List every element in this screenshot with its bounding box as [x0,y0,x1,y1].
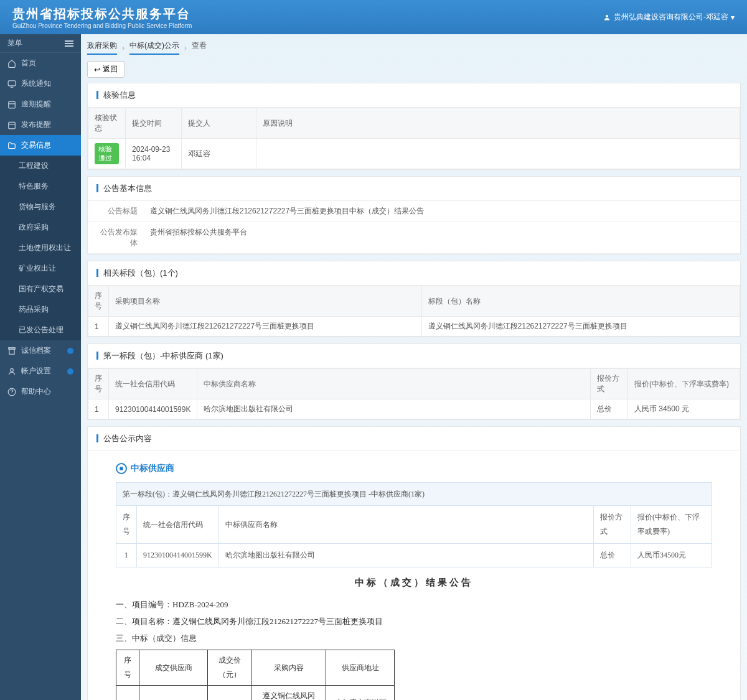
user-label: 贵州弘典建设咨询有限公司-邓廷容 [614,12,728,22]
th: 标段（包）名称 [421,286,740,317]
line-project-no: 一、项目编号：HDZB-2024-209 [116,597,712,613]
sidebar-item-4[interactable]: 交易信息 [0,135,81,156]
app-header: 贵州省招标投标公共服务平台 GuiZhou Province Tendering… [0,0,747,34]
td: 1 [88,399,109,419]
td: 91230100414001599K [109,399,197,419]
th-reason: 原因说明 [256,108,740,139]
sidebar-sub-item-7[interactable]: 药品采购 [0,299,81,320]
th: 统一社会信用代码 [109,369,197,399]
panel-check-info: 核验信息 核验状态 提交时间 提交人 原因说明 核验通过 2024-09-23 … [87,83,741,170]
sidebar-sub-item-0[interactable]: 工程建设 [0,156,81,176]
panel-announce-content: 公告公示内容 中标供应商 第一标段(包)：遵义铜仁线凤冈务川德江段2126212… [87,426,741,700]
sidebar-sub-label: 国有产权交易 [19,284,63,294]
chevron-right-icon: › [122,44,125,52]
svg-rect-8 [9,349,14,354]
status-badge: 核验通过 [95,143,119,164]
user-icon [7,367,16,376]
sidebar-sub-item-5[interactable]: 矿业权出让 [0,258,81,279]
th-status: 核验状态 [88,108,126,139]
th: 统一社会信用代码 [137,506,219,544]
user-info[interactable]: 贵州弘典建设咨询有限公司-邓廷容 ▾ [603,12,735,22]
svg-rect-3 [9,101,16,108]
supplier-header-label: 中标供应商 [131,460,174,477]
inner-title: 第一标段(包)：遵义铜仁线凤冈务川德江段212621272227号三面桩更换项目… [116,482,712,506]
sidebar-sub-item-8[interactable]: 已发公告处理 [0,320,81,340]
supplier-table: 序号 统一社会信用代码 中标供应商名称 报价方式 报价(中标价、下浮率或费率) … [88,368,740,419]
supplier-section-header: 中标供应商 [116,460,712,477]
form-row: 公告标题 遵义铜仁线凤冈务川德江段212621272227号三面桩更换项目中标（… [88,201,740,222]
td: 1 [88,317,109,337]
table-row: 1 91230100414001599K 哈尔滨地图出版社有限公司 总价 人民币… [116,543,712,567]
table-row: 1 91230100414001599K 哈尔滨地图出版社有限公司 总价 人民币… [88,399,740,419]
svg-point-9 [11,368,14,371]
th: 报价(中标价、下浮率或费率) [631,506,712,544]
sidebar-sub-label: 货物与服务 [19,202,56,212]
th: 序号 [88,286,109,317]
sidebar-item-label: 首页 [21,58,36,68]
td: 人民币 34500 元 [628,399,740,419]
td: 哈尔滨市南岗区学府东四道街38号 [326,685,395,700]
related-lot-table: 序号 采购项目名称 标段（包）名称 1 遵义铜仁线凤冈务川德江段21262127… [88,286,740,337]
chevron-down-icon: ▾ [731,13,735,22]
th: 成交供应商 [139,650,208,686]
td: 1 [116,685,139,700]
sidebar-item-3[interactable]: 发布提醒 [0,114,81,135]
menu-label: 菜单 [7,38,22,49]
td: 1 [116,543,137,567]
th: 采购项目名称 [109,286,422,317]
td: 哈尔滨地图出版社有限公司 [197,399,591,419]
form-label: 公告标题 [88,201,144,222]
td-status: 核验通过 [88,139,126,169]
crumb-1[interactable]: 中标(成交)公示 [129,40,179,55]
crumb-0[interactable]: 政府采购 [87,40,117,55]
sidebar-item-6[interactable]: 帐户设置 [0,361,81,381]
th: 中标供应商名称 [197,369,591,399]
th: 供应商地址 [326,650,395,686]
sidebar-item-2[interactable]: 逾期提醒 [0,94,81,114]
sidebar-sub-item-2[interactable]: 货物与服务 [0,197,81,217]
sidebar-sub-label: 药品采购 [19,304,49,315]
sidebar-item-7[interactable]: 帮助中心 [0,381,81,402]
td: 34500.00 [208,685,251,700]
monitor-icon [7,80,16,88]
badge-dot [67,368,73,375]
form-value: 贵州省招标投标公共服务平台 [144,222,740,253]
th-person: 提交人 [182,108,256,139]
sidebar-item-1[interactable]: 系统通知 [0,73,81,94]
chevron-right-icon: › [184,44,187,52]
crumb-2[interactable]: 查看 [192,40,207,55]
th: 报价方式 [591,369,628,399]
panel-title: 核验信息 [88,83,740,108]
sidebar-sub-item-1[interactable]: 特色服务 [0,176,81,197]
back-button[interactable]: ↩ 返回 [87,61,125,78]
sidebar-item-label: 帐户设置 [21,366,51,376]
sidebar-item-5[interactable]: 诚信档案 [0,340,81,361]
panel-title: 公告公示内容 [88,427,740,451]
folder-icon [7,141,16,150]
td: 遵义铜仁线凤冈务川德江段212621272227号三面桩更换项目 [109,317,422,337]
th: 序号 [116,650,139,686]
svg-rect-1 [8,80,16,85]
target-icon [116,463,127,474]
sidebar-item-label: 系统通知 [21,78,51,89]
sidebar-item-label: 逾期提醒 [21,99,51,110]
th: 成交价（元） [208,650,251,686]
inner-supplier-table: 第一标段(包)：遵义铜仁线凤冈务川德江段212621272227号三面桩更换项目… [116,482,712,567]
sidebar-sub-item-3[interactable]: 政府采购 [0,217,81,238]
sidebar-sub-label: 矿业权出让 [19,263,56,274]
td-time: 2024-09-23 16:04 [126,139,182,169]
sidebar-item-0[interactable]: 首页 [0,53,81,73]
main-content: 政府采购 › 中标(成交)公示 › 查看 ↩ 返回 核验信息 核验状态 提交时间… [81,34,747,700]
sidebar-sub-label: 土地使用权出让 [19,243,71,253]
th: 序号 [116,506,137,544]
home-icon [7,59,16,68]
hamburger-icon[interactable] [65,39,73,48]
check-info-table: 核验状态 提交时间 提交人 原因说明 核验通过 2024-09-23 16:04… [88,108,740,169]
svg-point-0 [606,15,608,17]
sidebar-item-label: 诚信档案 [21,345,51,356]
sidebar-item-label: 交易信息 [21,140,51,151]
sidebar-sub-item-4[interactable]: 土地使用权出让 [0,238,81,258]
td: 哈尔滨地图出版社有限公司 [218,543,593,567]
sidebar-sub-item-6[interactable]: 国有产权交易 [0,279,81,299]
th: 中标供应商名称 [218,506,593,544]
